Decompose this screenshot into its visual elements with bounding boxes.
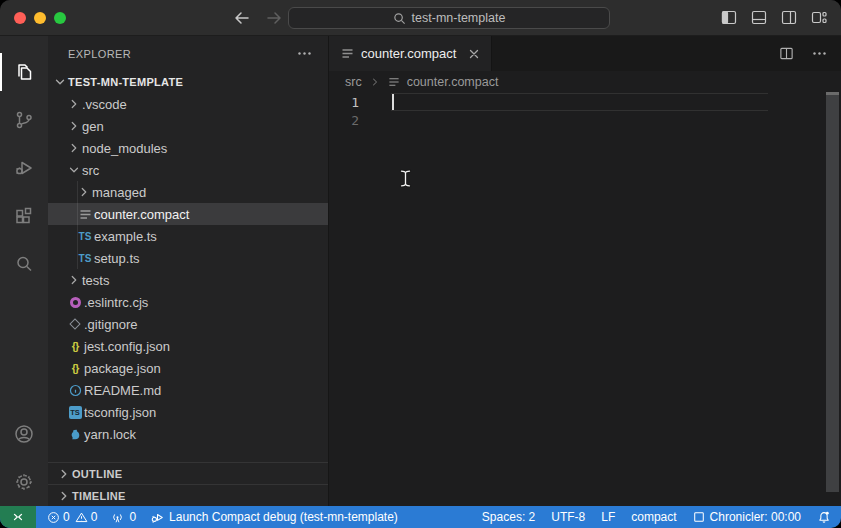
record-square-icon bbox=[693, 511, 705, 523]
language-label: compact bbox=[631, 510, 676, 524]
code-area[interactable]: 1 2 bbox=[329, 93, 841, 506]
eol-status[interactable]: LF bbox=[601, 510, 615, 524]
indent-guide bbox=[77, 181, 78, 269]
tree-item-label: jest.config.json bbox=[84, 339, 170, 354]
timeline-section-header[interactable]: TIMELINE bbox=[48, 484, 328, 506]
typescript-icon: TS bbox=[76, 231, 94, 242]
activity-item-accounts[interactable] bbox=[0, 410, 48, 458]
sidebar-title: EXPLORER bbox=[68, 48, 131, 60]
tree-item-example-ts[interactable]: TS example.ts bbox=[48, 225, 328, 247]
command-center-search[interactable]: test-mn-template bbox=[288, 7, 610, 29]
debug-icon bbox=[12, 156, 36, 180]
breadcrumb-file[interactable]: counter.compact bbox=[407, 75, 499, 89]
activity-item-source-control[interactable] bbox=[0, 96, 48, 144]
chevron-down-icon bbox=[52, 75, 68, 89]
workspace-section-header[interactable]: TEST-MN-TEMPLATE bbox=[48, 71, 328, 93]
source-control-icon bbox=[12, 108, 36, 132]
sidebar-explorer: EXPLORER TEST-MN-TEMPLATE .vscode bbox=[48, 36, 329, 506]
minimize-window-button[interactable] bbox=[34, 12, 46, 24]
toggle-secondary-sidebar-icon[interactable] bbox=[781, 10, 797, 25]
activity-item-search[interactable] bbox=[0, 240, 48, 288]
tab-bar: counter.compact bbox=[329, 36, 841, 71]
mouse-ibeam-cursor bbox=[399, 169, 412, 188]
language-mode-status[interactable]: compact bbox=[631, 510, 676, 524]
file-lines-icon bbox=[388, 76, 400, 88]
outline-section-header[interactable]: OUTLINE bbox=[48, 462, 328, 484]
code-line: 1 bbox=[329, 93, 841, 111]
tree-item-src[interactable]: src bbox=[48, 159, 328, 181]
tab-counter-compact[interactable]: counter.compact bbox=[329, 36, 492, 71]
tree-item-label: managed bbox=[92, 185, 146, 200]
zoom-window-button[interactable] bbox=[54, 12, 66, 24]
toggle-panel-icon[interactable] bbox=[751, 10, 767, 25]
chronicler-status[interactable]: Chronicler: 00:00 bbox=[693, 510, 801, 524]
more-actions-icon[interactable] bbox=[812, 46, 827, 61]
info-icon bbox=[66, 384, 84, 397]
activity-item-extensions[interactable] bbox=[0, 192, 48, 240]
activity-item-run-debug[interactable] bbox=[0, 144, 48, 192]
close-window-button[interactable] bbox=[14, 12, 26, 24]
tree-item-jest-config[interactable]: {} jest.config.json bbox=[48, 335, 328, 357]
indentation-label: Spaces: 2 bbox=[482, 510, 535, 524]
line-number: 2 bbox=[329, 113, 375, 128]
tree-item-label: yarn.lock bbox=[84, 427, 136, 442]
file-lines-icon bbox=[76, 208, 94, 221]
tree-item-eslintrc[interactable]: .eslintrc.cjs bbox=[48, 291, 328, 313]
chevron-right-icon bbox=[66, 119, 82, 133]
breadcrumb-folder[interactable]: src bbox=[345, 75, 362, 89]
titlebar: test-mn-template bbox=[0, 0, 841, 36]
vertical-scrollbar[interactable] bbox=[826, 92, 839, 492]
remote-indicator[interactable] bbox=[0, 506, 36, 528]
problems-status[interactable]: 0 0 bbox=[47, 510, 97, 524]
search-icon bbox=[12, 252, 36, 276]
close-icon[interactable] bbox=[469, 49, 479, 59]
editor-actions bbox=[779, 36, 841, 71]
tree-item-managed[interactable]: managed bbox=[48, 181, 328, 203]
search-value: test-mn-template bbox=[412, 11, 506, 25]
tree-item-setup-ts[interactable]: TS setup.ts bbox=[48, 247, 328, 269]
file-lines-icon bbox=[341, 47, 354, 60]
history-nav bbox=[232, 8, 284, 28]
tree-item-gen[interactable]: gen bbox=[48, 115, 328, 137]
chevron-right-icon bbox=[369, 76, 381, 88]
activity-item-settings[interactable] bbox=[0, 458, 48, 506]
line-number: 1 bbox=[329, 95, 375, 110]
chevron-right-icon bbox=[66, 273, 82, 287]
warning-count: 0 bbox=[91, 510, 98, 524]
main-area: EXPLORER TEST-MN-TEMPLATE .vscode bbox=[0, 36, 841, 506]
notifications-status[interactable] bbox=[817, 510, 831, 524]
tree-item-tsconfig[interactable]: TS tsconfig.json bbox=[48, 401, 328, 423]
split-editor-icon[interactable] bbox=[779, 46, 794, 61]
more-actions-icon[interactable] bbox=[297, 46, 312, 61]
chronicler-label: Chronicler: 00:00 bbox=[710, 510, 801, 524]
tree-item-package-json[interactable]: {} package.json bbox=[48, 357, 328, 379]
tree-item-tests[interactable]: tests bbox=[48, 269, 328, 291]
activity-item-explorer[interactable] bbox=[0, 48, 48, 96]
toggle-primary-sidebar-icon[interactable] bbox=[721, 10, 737, 25]
tree-item-readme[interactable]: README.md bbox=[48, 379, 328, 401]
tree-item-yarn-lock[interactable]: yarn.lock bbox=[48, 423, 328, 445]
file-tree: .vscode gen node_modules src managed bbox=[48, 93, 328, 462]
tree-item-node-modules[interactable]: node_modules bbox=[48, 137, 328, 159]
sidebar-header: EXPLORER bbox=[48, 36, 328, 71]
customize-layout-icon[interactable] bbox=[811, 10, 827, 25]
tree-item-label: src bbox=[82, 163, 99, 178]
breadcrumb: src counter.compact bbox=[329, 71, 841, 93]
traffic-lights bbox=[14, 12, 66, 24]
back-icon[interactable] bbox=[232, 8, 252, 28]
encoding-status[interactable]: UTF-8 bbox=[551, 510, 585, 524]
tree-item-counter-compact[interactable]: counter.compact bbox=[48, 203, 328, 225]
encoding-label: UTF-8 bbox=[551, 510, 585, 524]
tree-item-gitignore[interactable]: .gitignore bbox=[48, 313, 328, 335]
warning-icon bbox=[75, 511, 88, 524]
tab-label: counter.compact bbox=[361, 46, 456, 61]
tree-item-vscode[interactable]: .vscode bbox=[48, 93, 328, 115]
forward-icon[interactable] bbox=[264, 8, 284, 28]
extensions-icon bbox=[12, 204, 36, 228]
indentation-status[interactable]: Spaces: 2 bbox=[482, 510, 535, 524]
error-icon bbox=[47, 511, 60, 524]
ports-status[interactable]: 0 bbox=[111, 510, 136, 524]
launch-debug-status[interactable]: Launch Compact debug (test-mn-template) bbox=[150, 510, 398, 524]
tree-item-label: tests bbox=[82, 273, 109, 288]
layout-controls bbox=[721, 10, 827, 25]
